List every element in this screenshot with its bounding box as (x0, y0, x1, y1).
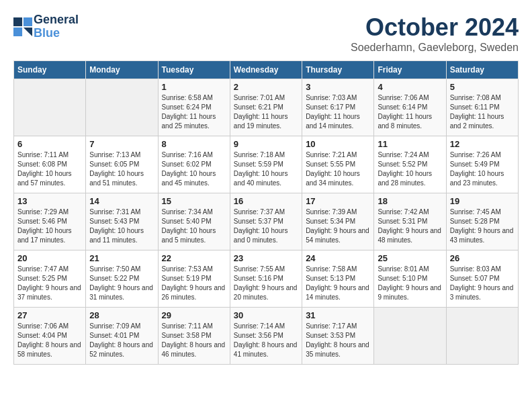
day-number: 20 (17, 253, 82, 263)
day-info: Sunrise: 7:11 AMSunset: 6:08 PMDaylight:… (17, 150, 82, 188)
day-info: Sunrise: 7:01 AMSunset: 6:21 PMDaylight:… (234, 93, 298, 131)
day-info: Sunrise: 7:18 AMSunset: 5:59 PMDaylight:… (234, 150, 298, 188)
page-header: General Blue October 2024 Soederhamn, Ga… (13, 13, 519, 54)
day-info: Sunrise: 7:03 AMSunset: 6:17 PMDaylight:… (306, 93, 370, 131)
calendar-cell: 14Sunrise: 7:31 AMSunset: 5:43 PMDayligh… (86, 193, 158, 250)
day-number: 26 (450, 253, 515, 263)
svg-rect-2 (13, 28, 22, 36)
calendar-cell: 30Sunrise: 7:14 AMSunset: 3:56 PMDayligh… (230, 308, 302, 365)
day-info: Sunrise: 8:03 AMSunset: 5:07 PMDaylight:… (450, 265, 515, 302)
day-info: Sunrise: 7:29 AMSunset: 5:46 PMDaylight:… (17, 208, 82, 245)
day-info: Sunrise: 7:42 AMSunset: 5:31 PMDaylight:… (378, 208, 442, 245)
day-info: Sunrise: 7:11 AMSunset: 3:58 PMDaylight:… (162, 322, 226, 359)
calendar-cell: 15Sunrise: 7:34 AMSunset: 5:40 PMDayligh… (158, 193, 230, 250)
day-info: Sunrise: 7:45 AMSunset: 5:28 PMDaylight:… (450, 208, 515, 245)
calendar-cell (14, 79, 86, 136)
day-info: Sunrise: 7:17 AMSunset: 3:53 PMDaylight:… (306, 322, 370, 359)
day-number: 21 (89, 253, 154, 263)
weekday-header-tuesday: Tuesday (158, 61, 230, 79)
day-info: Sunrise: 7:37 AMSunset: 5:37 PMDaylight:… (234, 208, 298, 245)
day-number: 8 (162, 139, 226, 149)
calendar-cell: 3Sunrise: 7:03 AMSunset: 6:17 PMDaylight… (302, 79, 374, 136)
day-number: 6 (17, 139, 82, 149)
calendar-cell: 6Sunrise: 7:11 AMSunset: 6:08 PMDaylight… (14, 136, 86, 193)
week-row-5: 27Sunrise: 7:06 AMSunset: 4:04 PMDayligh… (14, 308, 519, 365)
day-number: 18 (378, 196, 442, 206)
logo-icon (13, 17, 32, 36)
calendar-cell: 4Sunrise: 7:06 AMSunset: 6:14 PMDaylight… (374, 79, 446, 136)
day-number: 2 (234, 82, 298, 92)
day-info: Sunrise: 7:47 AMSunset: 5:25 PMDaylight:… (17, 265, 82, 302)
day-info: Sunrise: 7:21 AMSunset: 5:55 PMDaylight:… (306, 150, 370, 188)
calendar-cell: 29Sunrise: 7:11 AMSunset: 3:58 PMDayligh… (158, 308, 230, 365)
day-number: 29 (162, 310, 226, 320)
calendar-cell: 27Sunrise: 7:06 AMSunset: 4:04 PMDayligh… (14, 308, 86, 365)
day-number: 31 (306, 310, 370, 320)
calendar-cell: 17Sunrise: 7:39 AMSunset: 5:34 PMDayligh… (302, 193, 374, 250)
calendar-cell: 25Sunrise: 8:01 AMSunset: 5:10 PMDayligh… (374, 250, 446, 308)
calendar-cell: 19Sunrise: 7:45 AMSunset: 5:28 PMDayligh… (446, 193, 518, 250)
day-info: Sunrise: 7:13 AMSunset: 6:05 PMDaylight:… (89, 150, 154, 188)
calendar-cell (446, 308, 518, 365)
day-info: Sunrise: 7:58 AMSunset: 5:13 PMDaylight:… (306, 265, 370, 302)
calendar-cell (374, 308, 446, 365)
day-number: 9 (234, 139, 298, 149)
day-info: Sunrise: 7:24 AMSunset: 5:52 PMDaylight:… (378, 150, 442, 188)
calendar-cell: 13Sunrise: 7:29 AMSunset: 5:46 PMDayligh… (14, 193, 86, 250)
calendar-table: SundayMondayTuesdayWednesdayThursdayFrid… (13, 60, 519, 365)
day-info: Sunrise: 6:58 AMSunset: 6:24 PMDaylight:… (162, 93, 226, 131)
svg-marker-3 (24, 28, 32, 36)
day-number: 16 (234, 196, 298, 206)
calendar-cell: 5Sunrise: 7:08 AMSunset: 6:11 PMDaylight… (446, 79, 518, 136)
day-info: Sunrise: 7:31 AMSunset: 5:43 PMDaylight:… (89, 208, 154, 245)
day-info: Sunrise: 7:09 AMSunset: 4:01 PMDaylight:… (89, 322, 154, 359)
day-number: 24 (306, 253, 370, 263)
day-info: Sunrise: 7:06 AMSunset: 4:04 PMDaylight:… (17, 322, 82, 359)
day-number: 15 (162, 196, 226, 206)
day-number: 13 (17, 196, 82, 206)
calendar-cell: 31Sunrise: 7:17 AMSunset: 3:53 PMDayligh… (302, 308, 374, 365)
day-info: Sunrise: 8:01 AMSunset: 5:10 PMDaylight:… (378, 265, 442, 302)
weekday-header-friday: Friday (374, 61, 446, 79)
calendar-cell: 28Sunrise: 7:09 AMSunset: 4:01 PMDayligh… (86, 308, 158, 365)
calendar-cell: 26Sunrise: 8:03 AMSunset: 5:07 PMDayligh… (446, 250, 518, 308)
day-number: 25 (378, 253, 442, 263)
calendar-title: October 2024 (351, 13, 519, 42)
day-number: 5 (450, 82, 515, 92)
day-number: 14 (89, 196, 154, 206)
day-info: Sunrise: 7:26 AMSunset: 5:49 PMDaylight:… (450, 150, 515, 188)
calendar-cell: 10Sunrise: 7:21 AMSunset: 5:55 PMDayligh… (302, 136, 374, 193)
weekday-header-thursday: Thursday (302, 61, 374, 79)
calendar-cell: 8Sunrise: 7:16 AMSunset: 6:02 PMDaylight… (158, 136, 230, 193)
day-info: Sunrise: 7:50 AMSunset: 5:22 PMDaylight:… (89, 265, 154, 302)
calendar-cell: 2Sunrise: 7:01 AMSunset: 6:21 PMDaylight… (230, 79, 302, 136)
calendar-cell: 7Sunrise: 7:13 AMSunset: 6:05 PMDaylight… (86, 136, 158, 193)
day-info: Sunrise: 7:06 AMSunset: 6:14 PMDaylight:… (378, 93, 442, 131)
day-info: Sunrise: 7:16 AMSunset: 6:02 PMDaylight:… (162, 150, 226, 188)
week-row-4: 20Sunrise: 7:47 AMSunset: 5:25 PMDayligh… (14, 250, 519, 308)
day-number: 19 (450, 196, 515, 206)
day-number: 4 (378, 82, 442, 92)
day-number: 7 (89, 139, 154, 149)
day-info: Sunrise: 7:34 AMSunset: 5:40 PMDaylight:… (162, 208, 226, 245)
weekday-header-sunday: Sunday (14, 61, 86, 79)
day-info: Sunrise: 7:14 AMSunset: 3:56 PMDaylight:… (234, 322, 298, 359)
weekday-header-saturday: Saturday (446, 61, 518, 79)
day-number: 12 (450, 139, 515, 149)
day-number: 10 (306, 139, 370, 149)
title-section: October 2024 Soederhamn, Gaevleborg, Swe… (351, 13, 519, 54)
calendar-cell: 23Sunrise: 7:55 AMSunset: 5:16 PMDayligh… (230, 250, 302, 308)
week-row-1: 1Sunrise: 6:58 AMSunset: 6:24 PMDaylight… (14, 79, 519, 136)
calendar-cell: 11Sunrise: 7:24 AMSunset: 5:52 PMDayligh… (374, 136, 446, 193)
calendar-cell: 20Sunrise: 7:47 AMSunset: 5:25 PMDayligh… (14, 250, 86, 308)
logo: General Blue (13, 13, 79, 40)
weekday-header-row: SundayMondayTuesdayWednesdayThursdayFrid… (14, 61, 519, 79)
calendar-cell: 21Sunrise: 7:50 AMSunset: 5:22 PMDayligh… (86, 250, 158, 308)
calendar-cell: 22Sunrise: 7:53 AMSunset: 5:19 PMDayligh… (158, 250, 230, 308)
week-row-3: 13Sunrise: 7:29 AMSunset: 5:46 PMDayligh… (14, 193, 519, 250)
day-info: Sunrise: 7:53 AMSunset: 5:19 PMDaylight:… (162, 265, 226, 302)
calendar-cell: 12Sunrise: 7:26 AMSunset: 5:49 PMDayligh… (446, 136, 518, 193)
day-info: Sunrise: 7:39 AMSunset: 5:34 PMDaylight:… (306, 208, 370, 245)
day-number: 1 (162, 82, 226, 92)
weekday-header-wednesday: Wednesday (230, 61, 302, 79)
